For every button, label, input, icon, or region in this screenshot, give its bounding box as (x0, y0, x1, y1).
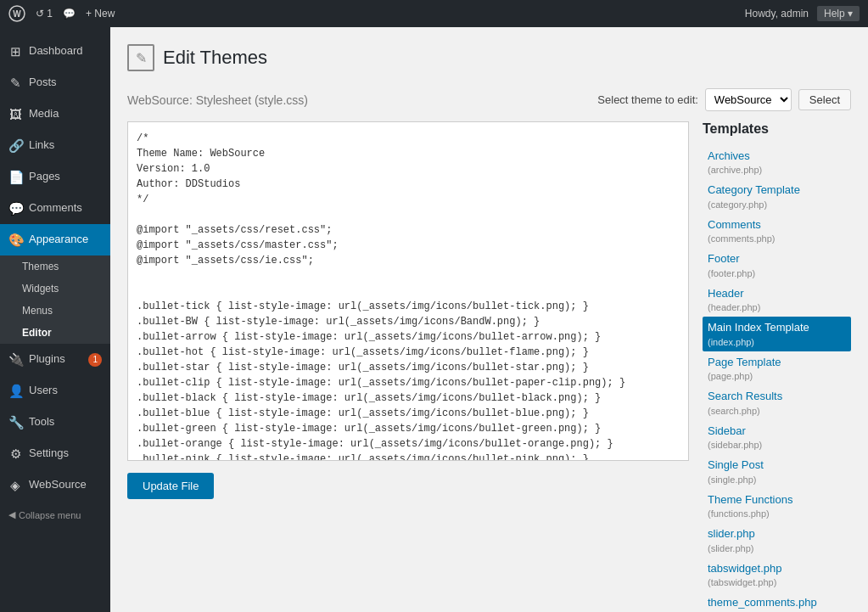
sidebar-label-posts: Posts (29, 75, 57, 90)
template-file: (index.php) (708, 336, 846, 348)
template-item[interactable]: Single Post(single.php) (703, 454, 851, 488)
theme-selector: Select theme to edit: WebSource Select (597, 88, 851, 111)
template-file: (archive.php) (708, 164, 846, 176)
sidebar-label-links: Links (29, 138, 54, 153)
appearance-icon: 🎨 (8, 231, 22, 249)
template-name: slider.php (708, 526, 846, 542)
templates-list: Archives(archive.php)Category Template(c… (703, 145, 851, 612)
template-file: (sidebar.php) (708, 439, 846, 451)
links-icon: 🔗 (8, 137, 22, 154)
sidebar-label-websource: WebSource (29, 477, 87, 492)
sidebar-item-settings[interactable]: ⚙ Settings (0, 438, 110, 469)
sidebar-label-users: Users (29, 383, 58, 398)
collapse-label: Collapse menu (19, 510, 81, 520)
sidebar-label-settings: Settings (29, 446, 69, 461)
template-file: (category.php) (708, 199, 846, 211)
settings-icon: ⚙ (8, 445, 22, 463)
template-name: Page Template (708, 355, 846, 370)
theme-selector-label: Select theme to edit: (597, 93, 698, 106)
template-name: Header (708, 286, 846, 301)
sidebar-item-widgets[interactable]: Widgets (0, 278, 110, 300)
template-file: (page.php) (708, 370, 846, 382)
template-item[interactable]: Theme Functions(functions.php) (703, 489, 851, 523)
template-name: Theme Functions (708, 492, 846, 508)
comments-bar-item[interactable]: 💬 (63, 8, 76, 20)
new-item[interactable]: + New (86, 8, 115, 20)
sidebar: ⊞ Dashboard ✎ Posts 🖼 Media 🔗 Links 📄 Pa… (0, 27, 110, 612)
sidebar-item-posts[interactable]: ✎ Posts (0, 67, 110, 98)
websource-icon: ◈ (8, 476, 22, 494)
template-file: (search.php) (708, 405, 846, 417)
sidebar-item-tools[interactable]: 🔧 Tools (0, 407, 110, 438)
template-file: (header.php) (708, 301, 846, 313)
template-item[interactable]: Sidebar(sidebar.php) (703, 420, 851, 454)
update-file-button[interactable]: Update File (127, 473, 214, 499)
appearance-submenu: Themes Widgets Menus Editor (0, 255, 110, 344)
template-item[interactable]: tabswidget.php(tabswidget.php) (703, 558, 851, 592)
sidebar-item-pages[interactable]: 📄 Pages (0, 161, 110, 193)
sidebar-label-dashboard: Dashboard (29, 43, 83, 59)
sidebar-item-appearance[interactable]: 🎨 Appearance (0, 224, 110, 255)
dashboard-icon: ⊞ (8, 42, 22, 60)
sidebar-item-editor[interactable]: Editor (0, 322, 110, 344)
sidebar-item-plugins[interactable]: 🔌 Plugins 1 (0, 344, 110, 375)
sidebar-label-comments: Comments (29, 200, 82, 216)
top-bar: WebSource: Stylesheet (style.css) Select… (127, 88, 851, 111)
template-item[interactable]: Search Results(search.php) (703, 385, 851, 419)
template-name: Archives (708, 149, 846, 164)
template-name: Footer (708, 251, 846, 267)
editor-wrap: /* Theme Name: WebSource Version: 1.0 Au… (127, 121, 689, 612)
template-item[interactable]: Page Template(page.php) (703, 351, 851, 385)
sidebar-item-themes[interactable]: Themes (0, 255, 110, 278)
collapse-menu[interactable]: ◀ Collapse menu (0, 501, 110, 529)
template-name: Single Post (708, 458, 846, 473)
sidebar-item-comments[interactable]: 💬 Comments (0, 193, 110, 224)
template-name: Comments (708, 217, 846, 233)
template-file: (comments.php) (708, 233, 846, 244)
media-icon: 🖼 (8, 105, 22, 123)
template-name: Main Index Template (708, 320, 846, 335)
sidebar-label-media: Media (29, 106, 59, 121)
sidebar-item-users[interactable]: 👤 Users (0, 375, 110, 407)
template-item[interactable]: Comments(comments.php) (703, 214, 851, 248)
plugins-badge: 1 (88, 353, 102, 367)
help-button[interactable]: Help ▾ (817, 6, 860, 21)
template-item[interactable]: Header(header.php) (703, 283, 851, 317)
file-title: WebSource: Stylesheet (style.css) (127, 93, 308, 107)
template-item[interactable]: Main Index Template(index.php) (703, 317, 851, 351)
template-file: (tabswidget.php) (708, 576, 846, 588)
code-editor[interactable]: /* Theme Name: WebSource Version: 1.0 Au… (127, 121, 689, 461)
theme-select-dropdown[interactable]: WebSource (705, 88, 792, 111)
template-item[interactable]: slider.php(slider.php) (703, 523, 851, 557)
template-item[interactable]: Footer(footer.php) (703, 248, 851, 282)
editor-area: /* Theme Name: WebSource Version: 1.0 Au… (127, 121, 851, 612)
template-item[interactable]: Archives(archive.php) (703, 145, 851, 179)
sidebar-item-dashboard[interactable]: ⊞ Dashboard (0, 36, 110, 67)
file-subtitle: (style.css) (255, 93, 308, 107)
admin-bar: W ↺ 1 💬 + New Howdy, admin Help ▾ (0, 0, 868, 27)
sidebar-item-links[interactable]: 🔗 Links (0, 130, 110, 161)
template-item[interactable]: Category Template(category.php) (703, 179, 851, 213)
howdy-text: Howdy, admin (745, 8, 809, 20)
sidebar-label-appearance: Appearance (29, 232, 88, 247)
page-header-icon: ✎ (127, 44, 154, 71)
users-icon: 👤 (8, 382, 22, 400)
sidebar-label-pages: Pages (29, 169, 60, 184)
sidebar-item-media[interactable]: 🖼 Media (0, 98, 110, 130)
update-item[interactable]: ↺ 1 (36, 8, 53, 20)
pages-icon: 📄 (8, 168, 22, 186)
template-file: (functions.php) (708, 508, 846, 519)
wp-logo[interactable]: W (8, 5, 25, 22)
sidebar-label-tools: Tools (29, 414, 54, 430)
templates-panel: Templates Archives(archive.php)Category … (703, 121, 851, 612)
main-content: ✎ Edit Themes WebSource: Stylesheet (sty… (110, 27, 868, 612)
page-title: Edit Themes (163, 47, 267, 69)
sidebar-item-websource[interactable]: ◈ WebSource (0, 469, 110, 501)
select-theme-button[interactable]: Select (798, 89, 851, 110)
template-name: Sidebar (708, 424, 846, 439)
sidebar-item-menus[interactable]: Menus (0, 300, 110, 322)
template-file: (slider.php) (708, 542, 846, 554)
template-name: Search Results (708, 389, 846, 404)
sidebar-label-plugins: Plugins (29, 351, 65, 367)
template-item[interactable]: theme_comments.php(theme_comments.php) (703, 592, 851, 612)
